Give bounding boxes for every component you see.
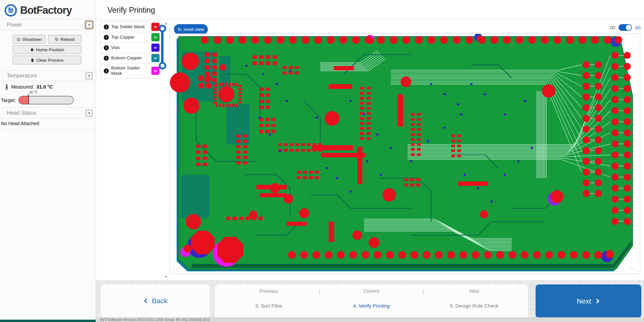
target-tick-label: 30 °C	[29, 91, 38, 94]
view-mode-toggle-group: 2D 3D	[609, 24, 641, 31]
measured-value: 31.0 °C	[37, 84, 53, 90]
thermometer-icon	[5, 84, 9, 90]
layer-panel: i Top Solder Mask i Top Copper i Vias i …	[101, 21, 161, 78]
steps-next-header: Next	[469, 288, 479, 294]
layer-color-dropdown[interactable]	[151, 44, 159, 52]
chevron-down-icon[interactable]: ▼	[86, 21, 93, 28]
software-version: SV2 Software Version 2023.0331.1208 Seri…	[96, 317, 644, 322]
view-mode-toggle[interactable]	[618, 24, 632, 31]
refresh-icon: ↻	[178, 27, 182, 32]
back-button[interactable]: Back	[101, 284, 210, 317]
info-icon[interactable]: i	[104, 35, 109, 40]
layer-color-dropdown[interactable]	[151, 54, 159, 62]
target-label: Target:	[1, 98, 16, 103]
botfactory-logo-icon	[4, 4, 17, 17]
sidebar: BotFactory Power ▼ Shutdown ↻ Reboot Hom…	[0, 0, 96, 322]
slider-handle-top[interactable]	[159, 25, 166, 32]
info-icon[interactable]: i	[104, 68, 109, 73]
info-icon[interactable]: i	[104, 45, 109, 50]
steps-separator: |	[422, 288, 424, 294]
chevron-down-icon[interactable]: ▼	[86, 72, 93, 79]
layer-row-top-copper: i Top Copper	[101, 32, 161, 43]
shutdown-button[interactable]: Shutdown	[13, 35, 45, 44]
brand-name: BotFactory	[20, 4, 72, 16]
temperature-section-title: Temperature	[7, 73, 37, 79]
view-2d-label[interactable]: 2D	[609, 25, 615, 30]
toggle-knob	[626, 25, 631, 30]
next-button[interactable]: Next	[536, 284, 641, 318]
section-header-head-status: Head Status ▼	[0, 107, 96, 118]
layer-row-bottom-solder-mask: i Bottom Solder Mask	[101, 63, 161, 78]
info-icon[interactable]: i	[104, 56, 109, 61]
layer-color-dropdown[interactable]	[151, 67, 159, 75]
workflow-steps: Previous | Current | Next 3. Sort Files …	[215, 284, 528, 319]
step-sort-files[interactable]: 3. Sort Files	[255, 303, 282, 309]
pcb-render[interactable]	[170, 34, 640, 274]
info-icon[interactable]: i	[104, 24, 109, 30]
step-verify-printing[interactable]: 4. Verify Printing	[353, 303, 389, 309]
chevron-down-icon	[153, 55, 158, 61]
reboot-icon: ↻	[55, 37, 59, 42]
section-header-power: Power ▼	[0, 19, 96, 30]
power-icon	[16, 37, 21, 42]
steps-previous-header: Previous	[260, 288, 278, 294]
steps-current-header: Current	[364, 288, 379, 294]
section-header-temperature: Temperature ▼	[0, 70, 96, 81]
layer-row-top-solder-mask: i Top Solder Mask	[101, 22, 161, 32]
chevron-down-icon	[153, 68, 158, 73]
chevron-down-icon[interactable]: ▼	[86, 109, 93, 116]
footer: Back Previous | Current | Next 3. Sort F…	[96, 280, 644, 322]
scroll-up-icon[interactable]: ▲	[164, 21, 168, 25]
home-position-button[interactable]: Home Position	[13, 45, 81, 54]
steps-separator: |	[319, 288, 320, 294]
layer-color-dropdown[interactable]	[151, 23, 159, 31]
layer-color-dropdown[interactable]	[151, 33, 159, 41]
app-window: BotFactory Power ▼ Shutdown ↻ Reboot Hom…	[0, 0, 644, 322]
power-section-title: Power	[7, 22, 22, 28]
slider-handle-bottom[interactable]	[159, 62, 166, 69]
head-status-message: No Head Attached	[1, 118, 96, 129]
chevron-down-icon	[153, 35, 158, 40]
header-divider	[96, 19, 644, 19]
target-temperature-slider[interactable]	[18, 96, 74, 104]
chevron-right-icon	[594, 298, 600, 304]
scroll-down-icon[interactable]: ▼	[164, 275, 168, 279]
chevron-down-icon	[153, 45, 158, 50]
measured-temperature: Measured: 31.0 °C	[5, 84, 53, 90]
brand: BotFactory	[4, 2, 72, 18]
page-title: Verify Printing	[107, 6, 155, 15]
reset-view-button[interactable]: ↻ reset view	[174, 24, 208, 35]
layer-row-vias: i Vias	[101, 43, 161, 53]
clear-process-button[interactable]: Clear Process	[13, 56, 81, 64]
measured-label: Measured:	[11, 84, 34, 90]
step-design-rule-check[interactable]: 5. Design Rule Check	[450, 303, 498, 309]
view-3d-label[interactable]: 3D	[635, 25, 641, 30]
layer-row-bottom-copper: i Bottom Copper	[101, 53, 161, 63]
chevron-down-icon	[153, 24, 158, 30]
status-strip	[0, 320, 96, 322]
home-icon	[30, 48, 34, 52]
trash-icon	[30, 58, 35, 62]
reboot-button[interactable]: ↻ Reboot	[48, 35, 81, 44]
chevron-left-icon	[143, 298, 149, 304]
target-temperature-fill	[19, 96, 29, 104]
head-status-section-title: Head Status	[7, 110, 36, 116]
pcb-board-image	[170, 34, 639, 273]
